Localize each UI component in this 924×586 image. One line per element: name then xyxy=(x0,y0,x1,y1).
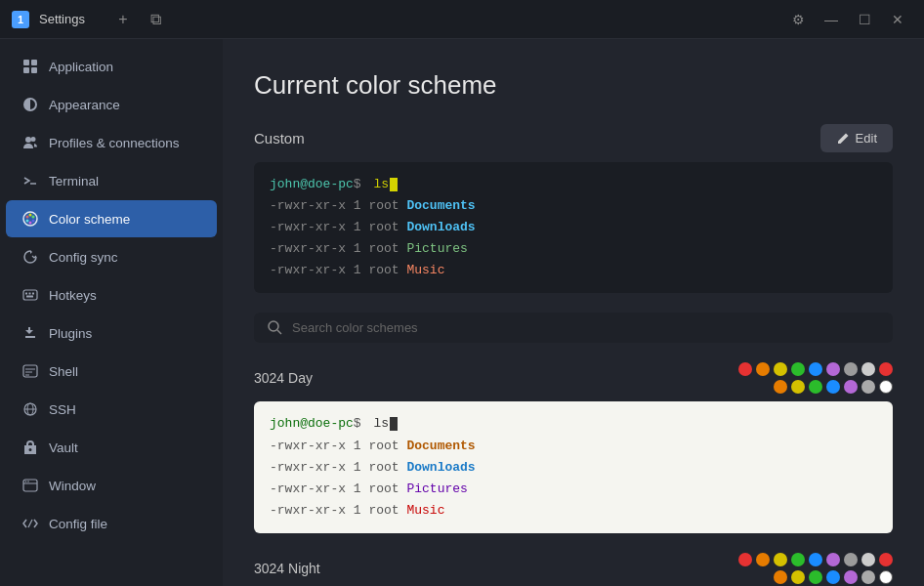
edit-button[interactable]: Edit xyxy=(820,124,893,152)
svg-point-7 xyxy=(26,216,29,219)
svg-point-4 xyxy=(25,137,31,143)
terminal-line-2: -rwxr-xr-x 1 root Documents xyxy=(270,195,877,217)
svg-point-30 xyxy=(269,321,278,331)
scheme-item-3024day: 3024 Day xyxy=(254,362,893,532)
scheme-item-3024day-header: 3024 Day xyxy=(254,362,893,394)
sidebar-item-ssh[interactable]: SSH xyxy=(6,391,217,428)
sidebar-item-appearance-label: Appearance xyxy=(49,98,120,112)
sidebar: Application Appearance Profiles & connec… xyxy=(0,39,223,586)
color-dot xyxy=(809,380,822,394)
color-dot xyxy=(756,553,770,566)
close-button[interactable]: ✕ xyxy=(883,7,912,32)
application-icon xyxy=(21,58,39,75)
color-dot xyxy=(774,380,787,394)
maximize-button[interactable]: ☐ xyxy=(850,7,879,32)
sidebar-item-profiles[interactable]: Profiles & connections xyxy=(6,124,217,161)
sidebar-item-terminal[interactable]: Terminal xyxy=(6,162,217,199)
color-dot xyxy=(826,362,840,376)
sidebar-item-profiles-label: Profiles & connections xyxy=(49,136,180,150)
titlebar: 1 Settings + ⧉ ⚙ — ☐ ✕ xyxy=(0,0,924,39)
sidebar-item-window[interactable]: Window xyxy=(6,467,217,504)
color-dot xyxy=(774,553,787,566)
color-dot xyxy=(879,380,893,394)
sidebar-item-configsync-label: Config sync xyxy=(49,250,118,265)
main-layout: Application Appearance Profiles & connec… xyxy=(0,39,924,586)
sidebar-item-application-label: Application xyxy=(49,60,113,74)
current-scheme-section: Custom Edit john@doe-pc$ ls -rwxr-xr-x 1… xyxy=(254,124,893,293)
split-button[interactable]: ⧉ xyxy=(144,7,169,32)
profiles-icon xyxy=(21,134,39,151)
color-dot xyxy=(756,362,770,376)
color-dot xyxy=(861,380,875,394)
svg-point-10 xyxy=(32,220,35,223)
svg-rect-16 xyxy=(32,293,34,295)
sidebar-item-colorscheme[interactable]: Color scheme xyxy=(6,200,217,237)
scheme-header: Custom Edit xyxy=(254,124,893,152)
configfile-icon xyxy=(21,515,39,532)
scheme-3024day-name: 3024 Day xyxy=(254,370,313,386)
color-dot xyxy=(861,553,875,566)
terminal-line-5: -rwxr-xr-x 1 root Music xyxy=(270,260,877,281)
scheme-3024night-name: 3024 Night xyxy=(254,561,320,576)
minimize-button[interactable]: — xyxy=(817,7,846,32)
sidebar-item-hotkeys[interactable]: Hotkeys xyxy=(6,276,217,314)
sidebar-item-shell-label: Shell xyxy=(49,364,78,379)
sidebar-item-appearance[interactable]: Appearance xyxy=(6,86,217,123)
plugins-icon xyxy=(21,324,39,342)
sidebar-item-application[interactable]: Application xyxy=(6,48,217,85)
scheme-3024day-terminal: john@doe-pc$ ls -rwxr-xr-x 1 root Docume… xyxy=(254,401,893,532)
color-dot xyxy=(861,362,875,376)
titlebar-title: Settings xyxy=(39,12,85,26)
titlebar-left: 1 Settings + ⧉ xyxy=(12,7,169,32)
scheme-3024night-colors xyxy=(736,553,893,584)
edit-icon xyxy=(836,132,850,146)
svg-rect-1 xyxy=(31,60,37,65)
color-dot xyxy=(844,570,858,584)
colorscheme-icon xyxy=(21,210,39,228)
appearance-icon xyxy=(21,96,39,113)
hotkeys-icon xyxy=(21,286,39,304)
svg-rect-17 xyxy=(26,296,33,298)
search-bar[interactable] xyxy=(254,313,893,343)
sidebar-item-terminal-label: Terminal xyxy=(49,174,99,188)
svg-rect-15 xyxy=(29,293,31,295)
window-icon xyxy=(21,477,39,494)
search-input[interactable] xyxy=(292,320,879,335)
scheme-3024day-colors xyxy=(736,362,893,394)
add-tab-button[interactable]: + xyxy=(110,7,136,32)
scheme-item-3024night: 3024 Night xyxy=(254,553,893,586)
svg-point-28 xyxy=(27,481,29,482)
color-dot xyxy=(809,570,822,584)
page-title: Current color scheme xyxy=(254,70,893,101)
sidebar-item-vault[interactable]: Vault xyxy=(6,429,217,466)
sidebar-item-configfile-label: Config file xyxy=(49,517,107,531)
sidebar-item-configfile[interactable]: Config file xyxy=(6,505,217,542)
search-icon xyxy=(268,320,282,335)
sidebar-item-vault-label: Vault xyxy=(49,440,78,455)
sidebar-item-plugins[interactable]: Plugins xyxy=(6,314,217,352)
color-dot xyxy=(844,380,858,394)
sidebar-item-hotkeys-label: Hotkeys xyxy=(49,288,97,303)
sidebar-item-window-label: Window xyxy=(49,479,96,493)
color-dot xyxy=(791,570,805,584)
sidebar-item-shell[interactable]: Shell xyxy=(6,353,217,390)
color-dot xyxy=(738,362,752,376)
sidebar-item-configsync[interactable]: Config sync xyxy=(6,238,217,275)
settings-button[interactable]: ⚙ xyxy=(783,7,813,32)
svg-rect-0 xyxy=(23,60,29,65)
color-dot xyxy=(826,380,840,394)
color-dot xyxy=(738,553,752,566)
color-dot xyxy=(809,553,822,566)
titlebar-tabs: + ⧉ xyxy=(110,7,169,32)
vault-icon xyxy=(21,439,39,456)
color-dot xyxy=(774,570,787,584)
svg-point-12 xyxy=(26,220,29,223)
sidebar-item-ssh-label: SSH xyxy=(49,402,76,417)
color-dot xyxy=(879,362,893,376)
terminal-line-3: -rwxr-xr-x 1 root Downloads xyxy=(270,217,877,238)
svg-point-9 xyxy=(32,216,35,219)
svg-rect-14 xyxy=(25,293,27,295)
color-dot xyxy=(809,362,822,376)
color-dot xyxy=(844,362,858,376)
svg-rect-13 xyxy=(23,290,37,300)
